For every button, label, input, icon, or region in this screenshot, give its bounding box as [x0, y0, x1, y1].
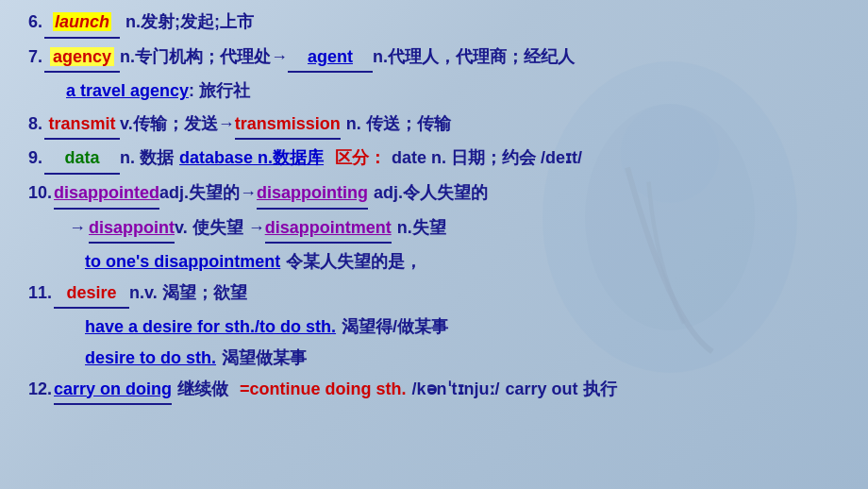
blank-10d: disappointment: [265, 213, 392, 244]
blank-12: carry on doing: [54, 375, 172, 406]
cn-10a: adj.失望的→: [159, 178, 257, 208]
phonetic-12: /kənˈtɪnjuː/: [412, 375, 500, 404]
line-11: 11. desire n.v. 渴望；欲望: [28, 278, 840, 310]
cn-10c: v. 使失望 →: [175, 213, 265, 243]
word-database: database n.数据库: [179, 143, 324, 173]
line-11-b: have a desire for sth./to do sth. 渴望得/做某…: [28, 312, 840, 342]
cn-11: n.v. 渴望；欲望: [129, 278, 247, 308]
blank-9: data: [44, 143, 120, 175]
word-launch: launch: [53, 12, 111, 31]
cn-disappointment: 令某人失望的是，: [286, 247, 422, 277]
cn-desire-for: 渴望得/做某事: [342, 312, 448, 342]
number-11: 11.: [28, 278, 52, 308]
number-8: 8.: [28, 110, 42, 139]
cn-6: n.发射;发起;上市: [125, 8, 254, 37]
cn-travel-agency: : 旅行社: [189, 76, 250, 106]
blank-10b: disappointing: [257, 178, 368, 210]
line-10: 10. disappointed adj.失望的→ disappointing …: [28, 178, 840, 210]
line-12: 12. carry on doing 继续做 =continue doing s…: [28, 375, 840, 406]
word-disappoint: disappoint: [89, 218, 175, 237]
phrase-desire-for: have a desire for sth./to do sth.: [85, 312, 336, 342]
line-7: 7. agency n.专门机构；代理处→ agent n.代理人，代理商；经纪…: [28, 42, 840, 74]
sep-12: =continue doing sth.: [240, 375, 407, 404]
line-8: 8. transmit v.传输；发送→ transmission n. 传送；…: [28, 110, 840, 141]
cn-8a: v.传输；发送→: [120, 110, 235, 139]
word-desire: desire: [67, 283, 117, 302]
cn-10d: n.失望: [397, 213, 446, 243]
word-carry-on: carry on doing: [54, 379, 172, 398]
cn-12a: 继续做: [177, 375, 228, 404]
blank-7: agency: [44, 42, 120, 74]
word-disappointment: disappointment: [265, 218, 392, 237]
blank-10c: disappoint: [89, 213, 175, 244]
number-12: 12.: [28, 375, 52, 404]
line-10-b: → disappoint v. 使失望 → disappointment n.失…: [28, 213, 840, 244]
number-9: 9.: [28, 143, 42, 173]
cn-8b: n. 传送；传输: [346, 110, 451, 139]
cn-10b: adj.令人失望的: [374, 178, 488, 208]
phrase-travel-agency: a travel agency: [66, 76, 189, 106]
line-7-indent: a travel agency : 旅行社: [28, 76, 840, 106]
blank-8b: transmission: [235, 110, 341, 141]
arrow-10b: →: [69, 213, 86, 243]
number-7: 7.: [28, 42, 42, 72]
cn-7a: n.专门机构；代理处→: [120, 42, 288, 72]
blank-11: desire: [54, 278, 129, 310]
sep-9: 区分：: [335, 143, 386, 173]
blank-10: disappointed: [54, 178, 159, 210]
phrase-desire-to: desire to do sth.: [85, 344, 216, 373]
extra-12: carry out 执行: [506, 375, 617, 404]
word-data: data: [65, 148, 100, 167]
cn-7b: n.代理人，代理商；经纪人: [373, 42, 575, 72]
number-10: 10.: [28, 178, 52, 208]
blank-6: launch: [44, 8, 120, 39]
number-6: 6.: [28, 8, 42, 37]
cn-9b: date n. 日期；约会 /deɪt/: [392, 143, 582, 173]
line-9: 9. data n. 数据 database n.数据库 区分： date n.…: [28, 143, 840, 175]
word-disappointing: disappointing: [257, 183, 368, 202]
word-disappointed: disappointed: [54, 183, 159, 202]
blank-7b: agent: [288, 42, 373, 74]
blank-8: transmit: [44, 110, 120, 141]
line-11-c: desire to do sth. 渴望做某事: [28, 344, 840, 373]
word-transmit: transmit: [49, 114, 116, 133]
line-6: 6. launch n.发射;发起;上市: [28, 8, 840, 39]
cn-9a: n. 数据: [120, 143, 174, 173]
cn-desire-to: 渴望做某事: [222, 344, 307, 373]
word-agency: agency: [50, 47, 114, 66]
phrase-disappointment: to one's disappointment: [85, 247, 280, 277]
line-10-c: to one's disappointment 令某人失望的是，: [28, 247, 840, 277]
word-agent: agent: [308, 47, 353, 66]
word-transmission: transmission: [235, 114, 341, 133]
